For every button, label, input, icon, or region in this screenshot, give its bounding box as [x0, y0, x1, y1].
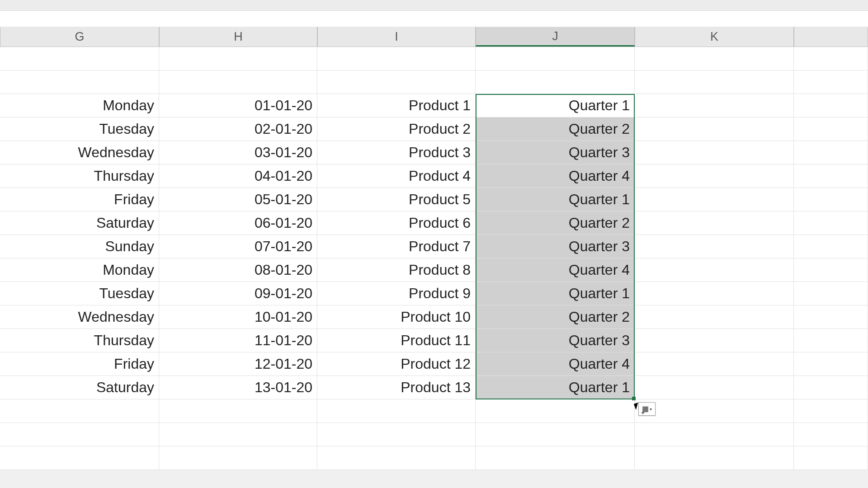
spreadsheet-grid[interactable]: G H I J K Monday 01-01-20 Product [0, 11, 868, 470]
cell[interactable] [635, 399, 794, 423]
col-header-g[interactable]: G [0, 27, 159, 47]
cell[interactable] [0, 70, 159, 94]
cell-quarter[interactable]: Quarter 3 [476, 329, 635, 352]
cell-day[interactable]: Monday [0, 258, 159, 282]
cell-quarter[interactable]: Quarter 2 [476, 117, 635, 141]
cell-quarter[interactable]: Quarter 1 [476, 188, 635, 211]
cell[interactable] [794, 188, 868, 211]
cell-date[interactable]: 13-01-20 [159, 376, 317, 399]
cell[interactable] [317, 399, 476, 423]
cell-date[interactable]: 09-01-20 [159, 282, 317, 305]
cell-quarter[interactable]: Quarter 2 [476, 211, 635, 235]
cell[interactable] [476, 446, 635, 470]
cell-product[interactable]: Product 8 [317, 258, 476, 282]
cell-date[interactable]: 08-01-20 [159, 258, 317, 282]
cell-quarter[interactable]: Quarter 1 [476, 376, 635, 399]
cell-day[interactable]: Saturday [0, 211, 159, 235]
cell-date[interactable]: 03-01-20 [159, 141, 317, 164]
cell[interactable] [635, 94, 794, 117]
cell-date[interactable]: 04-01-20 [159, 164, 317, 188]
cell[interactable] [794, 70, 868, 94]
cell[interactable] [635, 141, 794, 164]
cell-quarter[interactable]: Quarter 4 [476, 352, 635, 376]
grid-body[interactable]: Monday 01-01-20 Product 1 Quarter 1 Tues… [0, 47, 868, 470]
cell[interactable] [794, 376, 868, 399]
cell[interactable] [0, 47, 159, 70]
cell-product[interactable]: Product 12 [317, 352, 476, 376]
cell-day[interactable]: Thursday [0, 164, 159, 188]
cell-product[interactable]: Product 6 [317, 211, 476, 235]
cell[interactable] [159, 47, 317, 70]
cell-product[interactable]: Product 5 [317, 188, 476, 211]
cell[interactable] [317, 47, 476, 70]
cell[interactable] [635, 282, 794, 305]
cell-product[interactable]: Product 1 [317, 94, 476, 117]
cell[interactable] [794, 305, 868, 329]
cell-quarter[interactable]: Quarter 1 [476, 94, 635, 117]
cell-product[interactable]: Product 4 [317, 164, 476, 188]
cell[interactable] [794, 164, 868, 188]
cell[interactable] [0, 399, 159, 423]
cell[interactable] [635, 352, 794, 376]
cell-date[interactable]: 11-01-20 [159, 329, 317, 352]
cell-quarter[interactable]: Quarter 3 [476, 235, 635, 258]
cell[interactable] [635, 70, 794, 94]
cell-day[interactable]: Wednesday [0, 141, 159, 164]
cell[interactable] [317, 446, 476, 470]
cell[interactable] [794, 329, 868, 352]
col-header-j[interactable]: J [476, 27, 635, 47]
cell[interactable] [794, 399, 868, 423]
cell[interactable] [635, 188, 794, 211]
cell[interactable] [159, 399, 317, 423]
cell[interactable] [476, 399, 635, 423]
cell[interactable] [794, 94, 868, 117]
cell[interactable] [794, 235, 868, 258]
cell[interactable] [635, 164, 794, 188]
cell[interactable] [476, 47, 635, 70]
cell-date[interactable]: 12-01-20 [159, 352, 317, 376]
cell[interactable] [794, 446, 868, 470]
cell-day[interactable]: Wednesday [0, 305, 159, 329]
cell[interactable] [476, 70, 635, 94]
cell-day[interactable]: Monday [0, 94, 159, 117]
cell-product[interactable]: Product 10 [317, 305, 476, 329]
cell[interactable] [635, 423, 794, 446]
cell-quarter[interactable]: Quarter 4 [476, 164, 635, 188]
col-header-i[interactable]: I [317, 27, 476, 47]
cell[interactable] [0, 423, 159, 446]
cell-quarter[interactable]: Quarter 2 [476, 305, 635, 329]
cell[interactable] [635, 117, 794, 141]
cell-day[interactable]: Tuesday [0, 282, 159, 305]
col-header-k[interactable]: K [635, 27, 794, 47]
cell[interactable] [317, 423, 476, 446]
cell-date[interactable]: 05-01-20 [159, 188, 317, 211]
cell-date[interactable]: 01-01-20 [159, 94, 317, 117]
cell-product[interactable]: Product 2 [317, 117, 476, 141]
cell-day[interactable]: Saturday [0, 376, 159, 399]
cell-date[interactable]: 02-01-20 [159, 117, 317, 141]
cell[interactable] [317, 70, 476, 94]
cell[interactable] [635, 211, 794, 235]
cell[interactable] [635, 376, 794, 399]
cell-product[interactable]: Product 3 [317, 141, 476, 164]
cell[interactable] [794, 211, 868, 235]
cell[interactable] [159, 446, 317, 470]
cell-day[interactable]: Friday [0, 188, 159, 211]
cell[interactable] [794, 141, 868, 164]
cell-day[interactable]: Tuesday [0, 117, 159, 141]
cell[interactable] [635, 305, 794, 329]
cell[interactable] [794, 258, 868, 282]
cell-product[interactable]: Product 9 [317, 282, 476, 305]
cell[interactable] [635, 235, 794, 258]
cell[interactable] [635, 446, 794, 470]
cell[interactable] [794, 47, 868, 70]
cell[interactable] [635, 47, 794, 70]
col-header-h[interactable]: H [159, 27, 317, 47]
cell[interactable] [635, 258, 794, 282]
cell-day[interactable]: Friday [0, 352, 159, 376]
cell-product[interactable]: Product 11 [317, 329, 476, 352]
cell-product[interactable]: Product 7 [317, 235, 476, 258]
cell-product[interactable]: Product 13 [317, 376, 476, 399]
cell-quarter[interactable]: Quarter 4 [476, 258, 635, 282]
cell-date[interactable]: 07-01-20 [159, 235, 317, 258]
